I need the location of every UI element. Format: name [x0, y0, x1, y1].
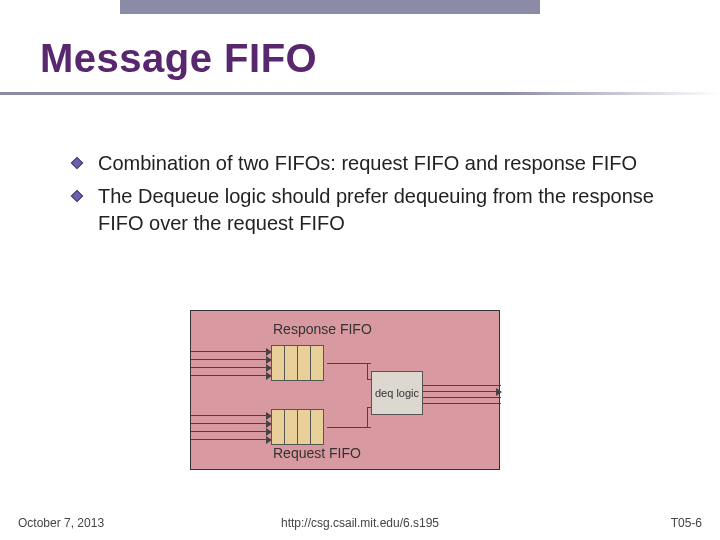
- wire: [367, 407, 368, 427]
- fifo-diagram: Response FIFO Request FIFO: [190, 310, 500, 470]
- top-accent-bar: [120, 0, 540, 14]
- footer-page-number: T05-6: [671, 516, 702, 530]
- response-fifo-cells: [271, 345, 323, 381]
- title-block: Message FIFO: [40, 36, 317, 81]
- wire: [191, 415, 271, 416]
- request-fifo-label: Request FIFO: [273, 445, 361, 461]
- bullet-item: Combination of two FIFOs: request FIFO a…: [70, 150, 670, 177]
- fifo-cell: [310, 409, 324, 445]
- bullet-text: The Dequeue logic should prefer dequeuin…: [98, 183, 670, 237]
- response-fifo-label: Response FIFO: [273, 321, 372, 337]
- diamond-bullet-icon: [70, 156, 88, 174]
- fifo-cell: [310, 345, 324, 381]
- fifo-cell: [297, 409, 311, 445]
- footer-url: http://csg.csail.mit.edu/6.s195: [0, 516, 720, 530]
- bullet-text: Combination of two FIFOs: request FIFO a…: [98, 150, 637, 177]
- fifo-cell: [284, 345, 298, 381]
- slide-title: Message FIFO: [40, 36, 317, 81]
- wire: [191, 367, 271, 368]
- fifo-cell: [271, 345, 285, 381]
- request-fifo-cells: [271, 409, 323, 445]
- wire: [423, 385, 501, 386]
- fifo-cell: [271, 409, 285, 445]
- wire: [191, 375, 271, 376]
- wire: [327, 363, 371, 364]
- fifo-cell: [284, 409, 298, 445]
- wire: [191, 431, 271, 432]
- wire: [327, 427, 371, 428]
- deq-logic-label: deq logic: [375, 387, 419, 399]
- wire: [191, 359, 271, 360]
- wire: [191, 423, 271, 424]
- deq-logic-box: deq logic: [371, 371, 423, 415]
- fifo-cell: [297, 345, 311, 381]
- wire: [367, 363, 368, 379]
- wire: [423, 397, 501, 398]
- bullet-item: The Dequeue logic should prefer dequeuin…: [70, 183, 670, 237]
- svg-rect-1: [71, 190, 82, 201]
- bullet-list: Combination of two FIFOs: request FIFO a…: [70, 150, 670, 243]
- wire: [423, 391, 501, 392]
- svg-rect-0: [71, 157, 82, 168]
- slide: Message FIFO Combination of two FIFOs: r…: [0, 0, 720, 540]
- fifo-container-box: Response FIFO Request FIFO: [190, 310, 500, 470]
- wire: [191, 439, 271, 440]
- wire: [191, 351, 271, 352]
- title-underline: [0, 92, 720, 95]
- diamond-bullet-icon: [70, 189, 88, 207]
- wire: [423, 403, 501, 404]
